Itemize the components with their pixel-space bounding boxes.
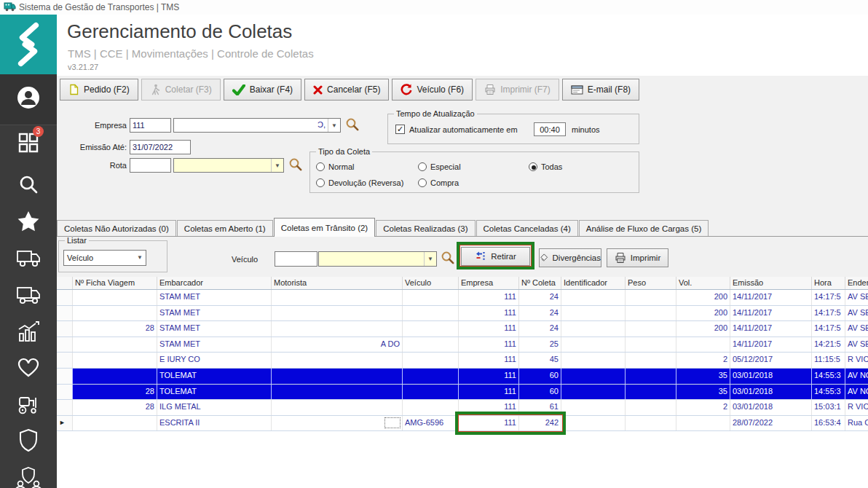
cell-vol[interactable] — [676, 416, 730, 431]
radio-todas[interactable]: Todas — [529, 162, 562, 171]
cell-embarcador[interactable]: STAM MET — [157, 337, 272, 353]
rota-code-field[interactable] — [130, 158, 171, 173]
cell-hora[interactable]: 16:53:4 — [812, 416, 845, 431]
column-header-motorista[interactable]: Motorista — [272, 277, 403, 289]
cell-ender[interactable]: AV SE — [845, 337, 868, 353]
cell-ficha[interactable] — [73, 337, 157, 353]
cell-embarcador[interactable]: STAM MET — [157, 290, 272, 305]
cell-peso[interactable] — [626, 290, 676, 305]
sidebar-item-security[interactable] — [0, 428, 57, 453]
cell-sel[interactable] — [57, 400, 73, 415]
cell-sel[interactable] — [57, 385, 73, 400]
empresa-code-field[interactable]: 111 — [130, 118, 171, 133]
sidebar-item-apps[interactable] — [0, 131, 57, 154]
cell-ficha[interactable] — [73, 353, 157, 368]
cell-motorista[interactable] — [272, 290, 403, 305]
sidebar-item-forklift[interactable] — [0, 392, 57, 418]
pedido-button[interactable]: Pedido (F2) — [60, 79, 138, 101]
sidebar-item-search[interactable] — [0, 173, 57, 195]
table-row[interactable]: TOLEMAT111603503/01/201814:55:3AV NO — [57, 369, 868, 385]
column-header-ficha[interactable]: Nº Ficha Viagem — [73, 277, 157, 289]
auto-update-checkbox[interactable]: ✓ — [395, 125, 405, 134]
sidebar-item-analytics[interactable] — [0, 320, 57, 344]
cell-identificador[interactable] — [561, 321, 626, 337]
cell-motorista[interactable] — [272, 353, 403, 368]
tab-coletas-canceladas-4[interactable]: Coletas Canceladas (4) — [476, 220, 578, 236]
chevron-down-icon[interactable]: ▼ — [328, 119, 340, 132]
cell-embarcador[interactable]: TOLEMAT — [157, 385, 272, 400]
cell-coleta[interactable]: 60 — [519, 385, 561, 400]
table-row[interactable]: STAM MET1112420014/11/201714:17:5AV SE — [57, 290, 868, 306]
cell-ficha[interactable]: 28 — [73, 400, 157, 415]
cell-hora[interactable]: 14:55:3 — [812, 385, 845, 400]
cell-veiculo[interactable] — [403, 353, 459, 368]
table-row[interactable]: 28TOLEMAT111603503/01/201814:55:3AV NO — [57, 385, 868, 401]
cell-identificador[interactable] — [561, 416, 626, 431]
cell-motorista[interactable] — [272, 400, 403, 415]
column-header-hora[interactable]: Hora — [812, 277, 845, 289]
cell-sel[interactable] — [57, 369, 73, 384]
cancelar-button[interactable]: Cancelar (F5) — [304, 79, 389, 101]
cell-vol[interactable]: 200 — [676, 290, 730, 305]
column-header-empresa[interactable]: Empresa — [459, 277, 519, 289]
rota-search-button[interactable] — [288, 157, 303, 175]
cell-peso[interactable] — [626, 353, 676, 368]
retirar-button[interactable]: Retirar — [461, 247, 530, 266]
cell-sel[interactable] — [57, 321, 73, 337]
cell-peso[interactable] — [626, 400, 676, 415]
column-header-peso[interactable]: Peso — [626, 277, 676, 289]
radio-compra[interactable]: Compra — [418, 178, 459, 187]
column-header-embarcador[interactable]: Embarcador — [157, 277, 272, 289]
cell-ficha[interactable]: 28 — [73, 321, 157, 337]
cell-ficha[interactable] — [73, 290, 157, 305]
cell-motorista[interactable] — [272, 369, 403, 384]
cell-empresa[interactable]: 111 — [459, 306, 519, 321]
cell-motorista[interactable] — [272, 416, 403, 431]
sidebar-item-team-security[interactable] — [0, 465, 57, 488]
tab-coletas-em-aberto-1[interactable]: Coletas em Aberto (1) — [177, 220, 273, 236]
cell-coleta[interactable]: 61 — [519, 400, 561, 415]
cell-empresa[interactable]: 111 — [459, 321, 519, 337]
table-row[interactable]: STAM META DO1112514/11/201714:21:5AV SE — [57, 337, 868, 353]
cell-ficha[interactable] — [73, 416, 157, 431]
imprimir-panel-button[interactable]: Imprimir — [607, 248, 668, 267]
column-header-veiculo[interactable]: Veículo — [403, 277, 459, 289]
cell-motorista[interactable] — [272, 385, 403, 400]
radio-especial[interactable]: Especial — [418, 162, 461, 171]
cell-ender[interactable]: AV SE — [845, 290, 868, 305]
cell-sel[interactable] — [57, 290, 73, 305]
cell-vol[interactable]: 200 — [676, 321, 730, 337]
cell-ficha[interactable] — [73, 306, 157, 321]
cell-motorista[interactable]: A DO — [272, 337, 403, 353]
cell-emissao[interactable]: 14/11/2017 — [730, 306, 812, 321]
cell-coleta[interactable]: 242 — [519, 416, 561, 431]
cell-vol[interactable]: 35 — [676, 385, 730, 400]
update-interval-field[interactable]: 00:40 — [534, 122, 566, 136]
sidebar-item-truck-outbound[interactable] — [0, 246, 57, 271]
cell-hora[interactable]: 14:17:5 — [812, 290, 845, 305]
sidebar-item-user[interactable] — [0, 84, 57, 111]
cell-veiculo[interactable] — [403, 321, 459, 337]
cell-empresa[interactable]: 111 — [459, 369, 519, 384]
emissao-ate-field[interactable]: 31/07/2022 — [130, 140, 191, 154]
cell-peso[interactable] — [626, 385, 676, 400]
sidebar-item-favorites[interactable] — [0, 210, 57, 233]
column-header-ender[interactable]: Ender — [845, 277, 868, 289]
baixar-button[interactable]: Baixar (F4) — [224, 79, 301, 101]
empresa-search-button[interactable] — [345, 117, 360, 135]
cell-empresa[interactable]: 111 — [459, 400, 519, 415]
veiculo-button[interactable]: Veículo (F6) — [392, 79, 473, 101]
radio-devolu-o-reversa[interactable]: Devolução (Reversa) — [316, 178, 403, 187]
app-logo[interactable] — [0, 15, 57, 74]
cell-vol[interactable] — [676, 337, 730, 353]
cell-identificador[interactable] — [561, 369, 626, 384]
cell-ender[interactable]: R VIC — [845, 353, 868, 368]
cell-empresa[interactable]: 111 — [459, 353, 519, 368]
table-row[interactable]: 28ILG METAL11161203/01/201815:03:1R VIC — [57, 400, 868, 416]
cell-hora[interactable]: 11:15:5 — [812, 353, 845, 368]
sidebar-item-health[interactable] — [0, 357, 57, 379]
cell-hora[interactable]: 14:17:5 — [812, 306, 845, 321]
cell-vol[interactable]: 2 — [676, 400, 730, 415]
cell-sel[interactable] — [57, 306, 73, 321]
cell-sel[interactable]: ► — [57, 416, 73, 431]
